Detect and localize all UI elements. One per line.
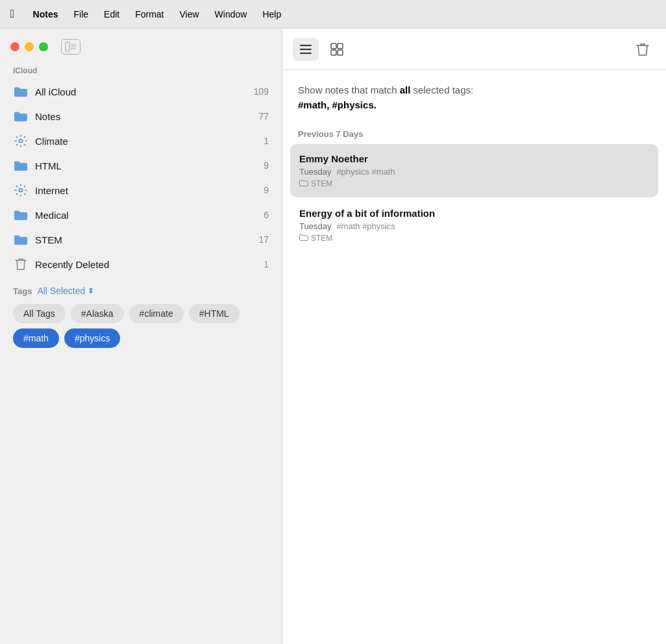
svg-rect-2	[71, 46, 76, 47]
note-folder: STEM	[299, 234, 649, 243]
tag-filter-info: Show notes that match all selected tags:…	[282, 70, 666, 119]
svg-rect-6	[300, 45, 312, 46]
medical-label: Medical	[35, 210, 264, 221]
internet-label: Internet	[35, 185, 264, 196]
menu-file[interactable]: File	[73, 9, 88, 19]
note-meta: Tuesday #physics #math	[299, 167, 649, 177]
sidebar-item-stem[interactable]: STEM 17	[5, 227, 277, 252]
note-item-emmy-noether[interactable]: Emmy Noether Tuesday #physics #math STEM	[290, 144, 658, 197]
list-view-button[interactable]	[293, 38, 319, 61]
notes-count: 77	[258, 111, 269, 121]
trash-icon	[13, 256, 29, 272]
sidebar-item-internet[interactable]: Internet 9	[5, 178, 277, 203]
notes-list: Emmy Noether Tuesday #physics #math STEM	[282, 144, 666, 253]
icloud-section-label: iCloud	[0, 60, 282, 79]
tag-alaska[interactable]: #Alaska	[71, 304, 124, 323]
folder-icon	[13, 232, 29, 247]
recently-deleted-label: Recently Deleted	[35, 259, 264, 270]
menu-view[interactable]: View	[180, 9, 199, 19]
svg-rect-9	[331, 43, 336, 49]
svg-rect-3	[71, 49, 76, 50]
tags-all-selected-button[interactable]: All Selected ⬍	[37, 286, 94, 296]
apple-icon[interactable]: 	[10, 7, 15, 21]
menu-help[interactable]: Help	[262, 9, 281, 19]
sidebar-item-all-icloud[interactable]: All iCloud 109	[5, 79, 277, 104]
folder-icon	[13, 84, 29, 99]
medical-count: 6	[264, 210, 269, 220]
all-icloud-label: All iCloud	[35, 86, 254, 97]
note-meta: Tuesday #math #physics	[299, 221, 649, 231]
sidebar-list: All iCloud 109 Notes 77	[0, 79, 282, 277]
recently-deleted-count: 1	[264, 259, 269, 269]
climate-label: Climate	[35, 136, 264, 147]
note-folder-name: STEM	[311, 179, 332, 188]
note-folder: STEM	[299, 179, 649, 188]
menu-edit[interactable]: Edit	[104, 9, 119, 19]
tag-all-tags[interactable]: All Tags	[13, 304, 66, 323]
notes-label: Notes	[35, 111, 258, 122]
svg-rect-11	[331, 50, 336, 55]
maximize-button[interactable]	[39, 42, 48, 51]
sidebar-item-html[interactable]: HTML 9	[5, 153, 277, 178]
chevron-updown-icon: ⬍	[88, 286, 94, 295]
tags-label: Tags	[13, 286, 32, 296]
sidebar-item-climate[interactable]: Climate 1	[5, 129, 277, 153]
svg-point-4	[19, 140, 23, 143]
note-date: Tuesday	[299, 221, 331, 231]
sidebar-toggle-button[interactable]	[61, 39, 80, 55]
menu-notes[interactable]: Notes	[33, 9, 58, 19]
sidebar-item-medical[interactable]: Medical 6	[5, 203, 277, 227]
svg-rect-1	[71, 44, 76, 45]
close-button[interactable]	[10, 42, 19, 51]
stem-count: 17	[258, 234, 269, 245]
tags-chips: All Tags #Alaska #climate #HTML #math #p…	[13, 304, 269, 348]
html-count: 9	[264, 160, 269, 171]
minimize-button[interactable]	[25, 42, 34, 51]
tag-climate[interactable]: #climate	[129, 304, 184, 323]
grid-view-button[interactable]	[324, 38, 350, 61]
svg-rect-8	[300, 53, 312, 54]
folder-icon	[13, 207, 29, 223]
note-item-energy-bit[interactable]: Energy of a bit of information Tuesday #…	[290, 199, 658, 252]
sidebar-item-notes[interactable]: Notes 77	[5, 104, 277, 129]
gear-icon	[13, 182, 29, 198]
svg-rect-0	[66, 42, 69, 51]
notes-section-header: Previous 7 Days	[282, 119, 666, 144]
svg-rect-10	[338, 43, 343, 49]
stem-label: STEM	[35, 234, 258, 245]
tag-physics[interactable]: #physics	[64, 328, 120, 348]
note-folder-name: STEM	[311, 234, 332, 243]
internet-count: 9	[264, 185, 269, 195]
tag-html[interactable]: #HTML	[189, 304, 240, 323]
tag-math[interactable]: #math	[13, 328, 59, 348]
svg-rect-12	[338, 50, 343, 55]
note-title: Emmy Noether	[299, 153, 649, 164]
gear-icon	[13, 133, 29, 149]
filter-prefix: Show notes that match	[298, 84, 400, 95]
main-panel: Show notes that match all selected tags:…	[282, 29, 666, 644]
tags-section: Tags All Selected ⬍ All Tags #Alaska #cl…	[0, 277, 282, 353]
filter-suffix: selected tags:	[410, 84, 473, 95]
note-date: Tuesday	[299, 167, 331, 177]
trash-button[interactable]	[630, 38, 656, 61]
folder-icon	[13, 158, 29, 173]
menu-format[interactable]: Format	[135, 9, 164, 19]
note-tags: #math #physics	[336, 221, 395, 231]
tags-header: Tags All Selected ⬍	[13, 286, 269, 296]
folder-icon	[13, 108, 29, 124]
sidebar: iCloud All iCloud 109	[0, 29, 282, 644]
svg-rect-7	[300, 49, 312, 50]
menubar:  Notes File Edit Format View Window Hel…	[0, 0, 666, 29]
climate-count: 1	[264, 136, 269, 146]
window-controls	[0, 29, 282, 60]
sidebar-item-recently-deleted[interactable]: Recently Deleted 1	[5, 252, 277, 277]
note-tags: #physics #math	[336, 167, 395, 177]
folder-icon	[299, 234, 308, 243]
all-icloud-count: 109	[254, 86, 269, 97]
menu-window[interactable]: Window	[215, 9, 247, 19]
main-toolbar	[282, 29, 666, 70]
all-selected-label: All Selected	[37, 286, 85, 296]
filter-tags: #math, #physics.	[298, 99, 376, 110]
app-container: iCloud All iCloud 109	[0, 29, 666, 644]
filter-bold: all	[400, 84, 411, 95]
